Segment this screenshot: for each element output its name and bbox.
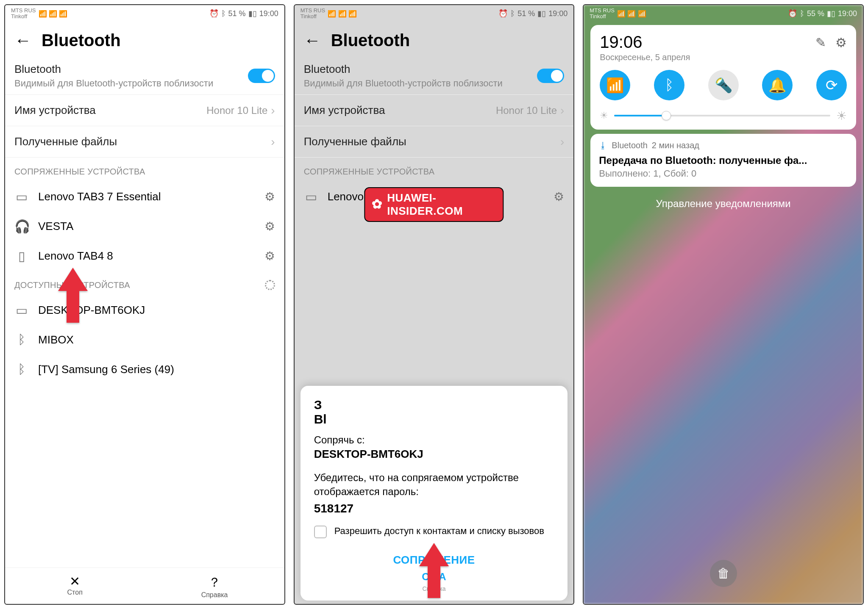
- screen-bluetooth-settings: MTS RUS Tinkoff 📶 📶 📶 ⏰ ᛒ 51 % ▮▯ 19:00 …: [4, 4, 285, 605]
- gear-icon[interactable]: ⚙: [264, 190, 275, 204]
- row-bluetooth-toggle[interactable]: Bluetooth Видимый для Bluetooth-устройст…: [295, 58, 574, 95]
- stop-button[interactable]: ✕ Стоп: [5, 568, 145, 604]
- notif-time: 2 мин назад: [652, 141, 699, 150]
- section-available-devices: ДОСТУПНЫЕ УСТРОЙСТВА: [5, 271, 284, 295]
- battery-text: 51 %: [228, 9, 246, 18]
- gear-icon[interactable]: ⚙: [264, 249, 275, 263]
- bluetooth-icon: ᛒ: [14, 362, 29, 376]
- bluetooth-toggle[interactable]: [248, 69, 275, 83]
- brightness-low-icon: ☀: [600, 110, 608, 121]
- carrier-line2: Tinkoff: [11, 14, 36, 19]
- bluetooth-icon: ᛒ: [221, 9, 226, 18]
- available-device-row[interactable]: ᛒ MIBOX: [5, 325, 284, 354]
- paired-device-row[interactable]: ▯ Lenovo TAB4 8 ⚙: [5, 241, 284, 271]
- bluetooth-toggle-sublabel: Видимый для Bluetooth-устройств поблизос…: [304, 78, 503, 90]
- phone-icon: ▯: [14, 249, 29, 263]
- bluetooth-toggle-label: Bluetooth: [14, 63, 213, 76]
- carrier-line1: MTS RUS: [300, 8, 326, 14]
- alarm-icon: ⏰: [788, 9, 797, 18]
- rotate-icon: ⟳: [826, 77, 837, 94]
- help-button[interactable]: ？ Справка: [145, 568, 284, 604]
- pair-with-label: Сопрячь с:: [314, 434, 554, 446]
- back-arrow-icon[interactable]: ←: [304, 32, 321, 49]
- device-name-value: Honor 10 Lite: [206, 105, 267, 116]
- qs-time: 19:06: [600, 33, 690, 52]
- screen-notification-shade: MTS RUS Tinkoff 📶 📶 📶 ⏰ ᛒ 55 % ▮▯ 19:00 …: [583, 4, 864, 605]
- checkbox-icon[interactable]: [314, 526, 327, 538]
- quick-settings-panel: 19:06 Воскресенье, 5 апреля ✎ ⚙ 📶 ᛒ 🔦 🔔 …: [590, 25, 856, 130]
- chevron-right-icon: ›: [560, 104, 564, 117]
- status-bar: MTS RUS Tinkoff 📶 📶 📶 ⏰ ᛒ 51 % ▮▯ 19:00: [295, 5, 574, 21]
- received-files-label: Полученные файлы: [14, 135, 117, 148]
- flashlight-toggle[interactable]: 🔦: [708, 70, 739, 100]
- bluetooth-toggle[interactable]: [537, 69, 564, 83]
- row-device-name[interactable]: Имя устройства Honor 10 Lite ›: [295, 95, 574, 126]
- laptop-icon: ▭: [14, 303, 29, 318]
- bell-icon: 🔔: [768, 77, 786, 94]
- signal-icon: 📶 📶 📶: [39, 10, 68, 18]
- allow-contacts-row[interactable]: Разрешить доступ к контактам и списку вы…: [314, 525, 554, 538]
- manage-notifications-link[interactable]: Управление уведомлениями: [584, 190, 863, 217]
- chevron-right-icon: ›: [271, 104, 275, 117]
- carrier-line2: Tinkoff: [590, 14, 615, 19]
- dialog-title-partial: ЗBl: [314, 398, 554, 426]
- watermark-badge: ✿ HUAWEI-INSIDER.COM: [364, 187, 504, 222]
- row-received-files[interactable]: Полученные файлы ›: [295, 126, 574, 158]
- clock-text: 19:00: [838, 9, 857, 18]
- annotation-arrow-icon: [419, 543, 449, 600]
- laptop-icon: ▭: [304, 189, 318, 204]
- paired-device-row[interactable]: ▭ Lenovo TAB3 7 Essential ⚙: [5, 182, 284, 211]
- alarm-icon: ⏰: [498, 9, 508, 18]
- clear-all-button[interactable]: 🗑: [710, 560, 737, 587]
- received-files-label: Полученные файлы: [304, 135, 406, 148]
- clock-text: 19:00: [548, 9, 568, 18]
- trash-icon: 🗑: [717, 566, 730, 581]
- gear-icon[interactable]: ⚙: [554, 190, 564, 204]
- screen-header: ← Bluetooth: [295, 21, 574, 58]
- watermark-text: HUAWEI-INSIDER.COM: [387, 191, 496, 218]
- bottom-bar: ✕ Стоп ？ Справка: [5, 567, 284, 604]
- autorotate-toggle[interactable]: ⟳: [816, 70, 847, 100]
- help-icon: ？: [145, 574, 284, 591]
- battery-icon: ▮▯: [537, 9, 546, 18]
- bluetooth-icon: ᛒ: [510, 9, 515, 18]
- edit-icon[interactable]: ✎: [815, 35, 826, 50]
- chevron-right-icon: ›: [271, 135, 275, 149]
- carrier-line1: MTS RUS: [590, 8, 615, 14]
- back-arrow-icon[interactable]: ←: [14, 32, 31, 49]
- status-bar: MTS RUS Tinkoff 📶 📶 📶 ⏰ ᛒ 51 % ▮▯ 19:00: [5, 5, 284, 21]
- paired-device-row[interactable]: 🎧 VESTA ⚙: [5, 211, 284, 241]
- row-device-name[interactable]: Имя устройства Honor 10 Lite ›: [5, 95, 284, 126]
- bluetooth-toggle[interactable]: ᛒ: [654, 70, 684, 100]
- brightness-slider[interactable]: [614, 115, 830, 116]
- notif-title: Передача по Bluetooth: полученные фа...: [599, 155, 848, 166]
- available-device-row[interactable]: ᛒ [TV] Samsung 6 Series (49): [5, 354, 284, 384]
- sound-toggle[interactable]: 🔔: [762, 70, 793, 100]
- headphones-icon: 🎧: [14, 219, 29, 234]
- flashlight-icon: 🔦: [715, 77, 732, 94]
- bluetooth-toggle-label: Bluetooth: [304, 63, 503, 76]
- section-paired-devices: СОПРЯЖЕННЫЕ УСТРОЙСТВА: [5, 158, 284, 182]
- battery-icon: ▮▯: [248, 9, 257, 18]
- gear-icon[interactable]: ⚙: [835, 35, 847, 50]
- alarm-icon: ⏰: [209, 9, 219, 18]
- battery-text: 55 %: [807, 9, 824, 18]
- page-title: Bluetooth: [331, 31, 410, 50]
- signal-icon: 📶 📶 📶: [328, 10, 357, 18]
- screen-pairing-dialog: MTS RUS Tinkoff 📶 📶 📶 ⏰ ᛒ 51 % ▮▯ 19:00 …: [294, 4, 575, 605]
- chevron-right-icon: ›: [560, 135, 564, 149]
- battery-icon: ▮▯: [827, 9, 835, 18]
- pair-message: Убедитесь, что на сопрягаемом устройстве…: [314, 471, 554, 498]
- device-name-label: Имя устройства: [304, 104, 385, 117]
- gear-icon[interactable]: ⚙: [264, 219, 275, 233]
- notification-card[interactable]: ⭳ Bluetooth 2 мин назад Передача по Blue…: [590, 134, 856, 187]
- available-device-row[interactable]: ▭ DESKTOP-BMT6OKJ: [5, 295, 284, 325]
- pair-code: 518127: [314, 502, 554, 515]
- brightness-slider-row: ☀ ☀: [600, 109, 847, 123]
- wifi-toggle[interactable]: 📶: [600, 70, 630, 100]
- battery-text: 51 %: [517, 9, 535, 18]
- scanning-spinner-icon: [265, 280, 275, 290]
- allow-contacts-label: Разрешить доступ к контактам и списку вы…: [334, 525, 544, 537]
- row-received-files[interactable]: Полученные файлы ›: [5, 126, 284, 158]
- row-bluetooth-toggle[interactable]: Bluetooth Видимый для Bluetooth-устройст…: [5, 58, 284, 95]
